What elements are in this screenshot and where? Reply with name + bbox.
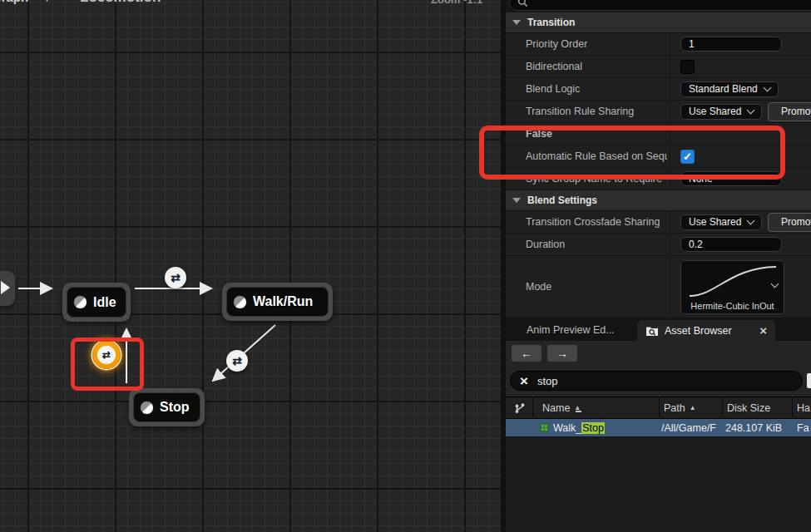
transition-arrows bbox=[0, 0, 501, 532]
promote-button[interactable]: Promote bbox=[768, 213, 811, 232]
section-header-transition[interactable]: Transition bbox=[506, 12, 811, 33]
state-label: Idle bbox=[93, 295, 116, 310]
search-match-highlight: Stop bbox=[581, 422, 605, 434]
collapse-arrow-icon bbox=[512, 20, 521, 25]
state-label: Stop bbox=[160, 400, 190, 415]
transition-rule-icon[interactable]: ⇄ bbox=[165, 267, 186, 288]
details-search-input[interactable] bbox=[509, 0, 811, 11]
asset-row-walk-stop[interactable]: Walk_Stop /All/Game/F 248.107 KiB Fa bbox=[506, 419, 811, 436]
asset-browser-nav: ← → bbox=[506, 341, 811, 366]
row-bidirectional: Bidirectional bbox=[506, 56, 811, 78]
tab-anim-preview-editor[interactable]: Anim Preview Ed... bbox=[527, 318, 615, 341]
state-icon bbox=[140, 401, 154, 415]
sort-icon-base bbox=[576, 411, 581, 412]
duration-input[interactable]: 0.2 bbox=[680, 237, 782, 252]
state-icon bbox=[73, 295, 87, 309]
view-options-icon[interactable] bbox=[807, 373, 811, 388]
state-label: Walk/Run bbox=[253, 294, 313, 309]
blend-logic-dropdown[interactable]: Standard Blend bbox=[680, 81, 779, 97]
asset-extra: Fa bbox=[797, 419, 811, 436]
asset-browser-icon bbox=[645, 325, 659, 337]
chevron-down-icon[interactable]: ▼ bbox=[43, 0, 51, 3]
bidirectional-checkbox[interactable] bbox=[680, 60, 695, 74]
asset-search-row: × stop bbox=[506, 366, 811, 397]
sort-ascending-icon: ▲ bbox=[690, 405, 696, 411]
priority-order-input[interactable]: 1 bbox=[680, 37, 782, 52]
column-header-extra[interactable]: Ha bbox=[797, 397, 810, 418]
animation-asset-icon bbox=[540, 423, 549, 432]
chevron-down-icon bbox=[747, 217, 755, 225]
source-control-icon[interactable] bbox=[514, 397, 526, 418]
crossfade-sharing-dropdown[interactable]: Use Shared bbox=[680, 214, 762, 230]
column-header-disk-size[interactable]: Disk Size bbox=[727, 397, 770, 418]
forward-button[interactable]: → bbox=[547, 345, 577, 362]
bottom-tab-bar: Anim Preview Ed... Asset Browser × bbox=[506, 318, 811, 341]
section-header-blend-settings[interactable]: Blend Settings bbox=[506, 190, 811, 211]
breadcrumb-graph[interactable]: Graph bbox=[0, 0, 28, 4]
column-header-name[interactable]: Name ▲ bbox=[542, 397, 581, 418]
promote-button[interactable]: Promote bbox=[768, 102, 811, 121]
zoom-indicator: Zoom -1:1 bbox=[431, 0, 482, 6]
row-transition-rule-sharing: Transition Rule Sharing Use Shared Promo… bbox=[506, 101, 811, 123]
chevron-down-icon bbox=[747, 106, 755, 115]
asset-table-header: Name ▲ Path ▲ Disk Size Ha bbox=[506, 397, 811, 419]
transition-rule-icon[interactable]: ⇄ bbox=[226, 350, 248, 372]
back-button[interactable]: ← bbox=[512, 345, 541, 362]
row-mode: Mode Hermite-Cubic InOut bbox=[506, 256, 811, 318]
collapse-arrow-icon bbox=[512, 198, 521, 203]
row-duration: Duration 0.2 bbox=[506, 234, 811, 256]
entry-node[interactable] bbox=[0, 271, 15, 306]
row-priority-order: Priority Order 1 bbox=[506, 33, 811, 56]
state-node-idle[interactable]: Idle bbox=[62, 283, 131, 322]
state-node-stop[interactable]: Stop bbox=[129, 388, 205, 426]
close-icon[interactable]: × bbox=[759, 324, 767, 337]
row-blend-logic: Blend Logic Standard Blend bbox=[506, 78, 811, 101]
chevron-down-icon bbox=[763, 84, 771, 92]
row-crossfade-sharing: Transition Crossfade Sharing Use Shared … bbox=[506, 211, 811, 234]
blend-mode-dropdown[interactable]: Hermite-Cubic InOut bbox=[680, 260, 784, 314]
tab-asset-browser[interactable]: Asset Browser × bbox=[637, 320, 775, 341]
asset-list-empty-area[interactable] bbox=[506, 436, 811, 532]
rule-sharing-dropdown[interactable]: Use Shared bbox=[680, 104, 762, 120]
state-icon bbox=[233, 295, 247, 309]
column-header-path[interactable]: Path ▲ bbox=[664, 397, 696, 418]
blend-curve-icon bbox=[683, 263, 782, 299]
annotation-rect-panel bbox=[479, 126, 785, 180]
details-panel: Transition Priority Order 1 Bidirectiona… bbox=[506, 0, 811, 532]
details-search-row bbox=[506, 0, 811, 12]
breadcrumb-page-name[interactable]: Locomotion bbox=[80, 0, 161, 6]
clear-search-icon[interactable]: × bbox=[520, 374, 528, 388]
state-node-walkrun[interactable]: Walk/Run bbox=[222, 283, 333, 321]
asset-disk-size: 248.107 KiB bbox=[725, 419, 791, 436]
search-icon bbox=[517, 0, 528, 7]
asset-name: Walk_Stop bbox=[553, 419, 657, 436]
asset-search-input[interactable]: × stop bbox=[510, 371, 803, 391]
asset-path: /All/Game/F bbox=[661, 419, 721, 436]
state-machine-graph-canvas[interactable]: Graph ▼ Locomotion Zoom -1:1 Idle Walk/R… bbox=[0, 0, 501, 532]
entry-arrow-icon bbox=[1, 281, 10, 294]
annotation-rect-graph bbox=[71, 337, 144, 391]
